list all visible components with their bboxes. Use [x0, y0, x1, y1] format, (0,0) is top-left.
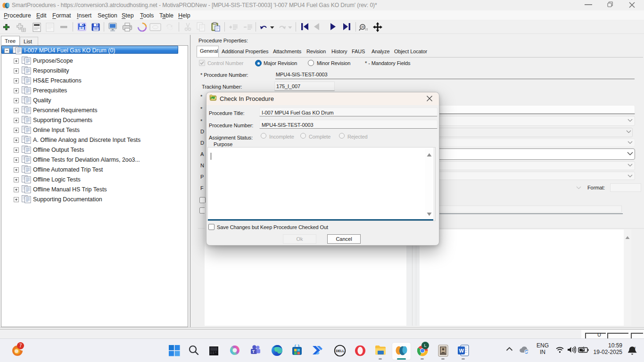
svg-text:z: z: [634, 346, 636, 349]
svg-text:T: T: [252, 349, 255, 354]
svg-text:DELL: DELL: [336, 349, 345, 353]
svg-text:R: R: [361, 25, 364, 29]
svg-text:W: W: [459, 348, 464, 354]
